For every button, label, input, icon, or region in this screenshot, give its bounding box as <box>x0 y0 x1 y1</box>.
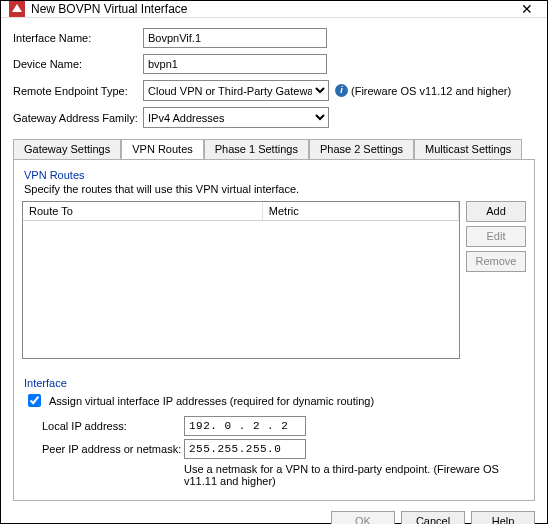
dialog-footer: OK Cancel Help <box>1 501 547 524</box>
remove-button: Remove <box>466 251 526 272</box>
vpn-routes-desc: Specify the routes that will use this VP… <box>24 183 526 195</box>
gateway-family-select[interactable]: IPv4 Addresses <box>143 107 329 128</box>
remote-endpoint-select[interactable]: Cloud VPN or Third-Party Gateway <box>143 80 329 101</box>
remote-endpoint-note: i (Fireware OS v11.12 and higher) <box>335 84 511 97</box>
app-icon <box>9 1 25 17</box>
add-button[interactable]: Add <box>466 201 526 222</box>
peer-ip-note: Use a netmask for a VPN to a third-party… <box>184 463 526 487</box>
routes-table[interactable]: Route To Metric <box>22 201 460 359</box>
col-metric: Metric <box>263 202 459 220</box>
close-icon[interactable]: ✕ <box>515 1 539 17</box>
ok-button[interactable]: OK <box>331 511 395 524</box>
tabs-wrap: Gateway Settings VPN Routes Phase 1 Sett… <box>1 138 547 501</box>
form-area: Interface Name: Device Name: Remote Endp… <box>1 18 547 138</box>
vpn-routes-group-title: VPN Routes <box>24 169 526 181</box>
tab-vpn-routes[interactable]: VPN Routes <box>121 139 204 159</box>
cancel-button[interactable]: Cancel <box>401 511 465 524</box>
routes-table-header: Route To Metric <box>23 202 459 221</box>
tab-phase1-settings[interactable]: Phase 1 Settings <box>204 139 309 159</box>
help-button[interactable]: Help <box>471 511 535 524</box>
titlebar: New BOVPN Virtual Interface ✕ <box>1 1 547 18</box>
assign-ip-checkbox[interactable] <box>28 394 41 407</box>
interface-name-label: Interface Name: <box>13 32 143 44</box>
device-name-field[interactable] <box>143 54 327 74</box>
edit-button: Edit <box>466 226 526 247</box>
tab-phase2-settings[interactable]: Phase 2 Settings <box>309 139 414 159</box>
device-name-label: Device Name: <box>13 58 143 70</box>
interface-group-title: Interface <box>24 377 526 389</box>
gateway-family-label: Gateway Address Family: <box>13 112 143 124</box>
tab-multicast-settings[interactable]: Multicast Settings <box>414 139 522 159</box>
peer-ip-field[interactable] <box>184 439 306 459</box>
col-route-to: Route To <box>23 202 263 220</box>
local-ip-label: Local IP address: <box>42 420 184 432</box>
window-title: New BOVPN Virtual Interface <box>31 2 515 16</box>
peer-ip-label: Peer IP address or netmask: <box>42 443 184 455</box>
dialog-window: New BOVPN Virtual Interface ✕ Interface … <box>0 0 548 524</box>
tab-row: Gateway Settings VPN Routes Phase 1 Sett… <box>13 139 535 160</box>
remote-endpoint-label: Remote Endpoint Type: <box>13 85 143 97</box>
local-ip-field[interactable] <box>184 416 306 436</box>
assign-ip-label: Assign virtual interface IP addresses (r… <box>49 395 374 407</box>
tab-panel-vpn-routes: VPN Routes Specify the routes that will … <box>13 159 535 501</box>
interface-name-field[interactable] <box>143 28 327 48</box>
info-icon: i <box>335 84 348 97</box>
tab-gateway-settings[interactable]: Gateway Settings <box>13 139 121 159</box>
